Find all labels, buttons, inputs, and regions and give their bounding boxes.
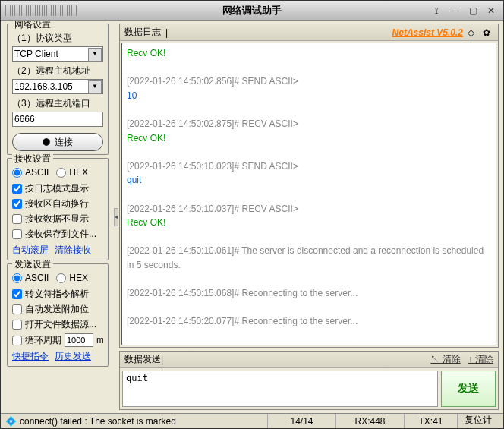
port-input[interactable] xyxy=(12,112,103,127)
send-panel: 数据发送 | ↖ 清除 ↑ 清除 发送 xyxy=(119,351,499,410)
port-label: （3）远程主机端口 xyxy=(12,97,103,110)
titlebar: 网络调试助手 ⟟ — ▢ ✕ xyxy=(1,1,503,21)
host-input[interactable] xyxy=(12,79,103,94)
send-panel-title: 数据发送 xyxy=(124,353,161,366)
send-opt-0[interactable] xyxy=(12,289,22,299)
recv-opt-0[interactable] xyxy=(12,184,22,194)
send-textarea[interactable] xyxy=(122,371,438,407)
titlebar-grip xyxy=(5,5,77,16)
reset-counter-button[interactable]: 复位计数 xyxy=(458,414,503,428)
shortcut-cmd-link[interactable]: 快捷指令 xyxy=(12,350,49,363)
history-send-link[interactable]: 历史发送 xyxy=(55,350,91,363)
group-label: 网络设置 xyxy=(12,21,53,31)
minimize-button[interactable]: — xyxy=(447,5,462,17)
status-tx: TX:41 xyxy=(405,414,458,428)
log-panel-title: 数据日志 xyxy=(124,26,161,39)
recv-opt-2[interactable] xyxy=(12,214,22,224)
pin-icon[interactable]: ⟟ xyxy=(429,5,444,17)
send-opt-1[interactable] xyxy=(12,304,22,314)
cycle-checkbox[interactable] xyxy=(12,336,22,345)
window-title: 网络调试助手 xyxy=(222,4,282,17)
app-window: 网络调试助手 ⟟ — ▢ ✕ 网络设置 （1）协议类型 （2）远程主机地址 （3… xyxy=(0,0,504,429)
right-column: 数据日志 | NetAssist V5.0.2 ◇ ✿ Recv OK! [20… xyxy=(119,21,503,413)
group-label: 接收设置 xyxy=(12,153,53,166)
log-textarea[interactable]: Recv OK! [2022-01-26 14:50:02.856]# SEND… xyxy=(121,43,496,345)
clear-recv-link[interactable]: 清除接收 xyxy=(55,244,91,257)
autoscroll-link[interactable]: 自动滚屏 xyxy=(12,244,49,257)
chevron-left-icon: ◂ xyxy=(114,208,118,226)
diamond-icon: ◇ xyxy=(468,27,478,38)
gear-icon[interactable]: ✿ xyxy=(483,27,493,38)
status-count: 14/14 xyxy=(268,414,336,428)
close-button[interactable]: ✕ xyxy=(484,5,499,17)
status-rx: RX:448 xyxy=(336,414,405,428)
splitter[interactable]: ◂ xyxy=(113,21,119,413)
brand-link[interactable]: NetAssist V5.0.2 xyxy=(392,27,463,38)
recv-opt-1[interactable] xyxy=(12,199,22,209)
cycle-period-input[interactable] xyxy=(65,333,93,347)
recv-ascii-radio[interactable] xyxy=(12,168,22,178)
send-ascii-radio[interactable] xyxy=(12,273,22,283)
protocol-select[interactable] xyxy=(12,46,103,62)
send-hex-radio[interactable] xyxy=(56,273,66,283)
recv-opt-3[interactable] xyxy=(12,229,22,239)
status-bar: 💠connect() failed : The socket is marked… xyxy=(1,413,503,428)
host-label: （2）远程主机地址 xyxy=(12,65,103,77)
recv-hex-radio[interactable] xyxy=(56,168,66,178)
status-ready-icon: 💠 xyxy=(5,416,17,427)
log-panel: 数据日志 | NetAssist V5.0.2 ◇ ✿ Recv OK! [20… xyxy=(119,24,499,348)
send-button[interactable]: 发送 xyxy=(441,371,496,407)
send-settings-group: 发送设置 ASCII HEX 转义符指令解析 自动发送附加位 打开文件数据源..… xyxy=(7,263,109,367)
maximize-button[interactable]: ▢ xyxy=(465,5,480,17)
group-label: 发送设置 xyxy=(12,258,53,271)
clear-rx-link[interactable]: ↖ 清除 xyxy=(430,353,460,366)
left-column: 网络设置 （1）协议类型 （2）远程主机地址 （3）远程主机端口 连接 接收设置… xyxy=(1,21,113,413)
recv-settings-group: 接收设置 ASCII HEX 按日志模式显示 接收区自动换行 接收数据不显示 接… xyxy=(7,158,109,260)
status-message: connect() failed : The socket is marked xyxy=(20,416,176,427)
clear-tx-link[interactable]: ↑ 清除 xyxy=(468,353,493,366)
connect-button[interactable]: 连接 xyxy=(12,133,103,151)
network-settings-group: 网络设置 （1）协议类型 （2）远程主机地址 （3）远程主机端口 连接 xyxy=(7,24,109,155)
status-dot-icon xyxy=(43,138,50,146)
protocol-label: （1）协议类型 xyxy=(12,32,103,45)
send-opt-2[interactable] xyxy=(12,320,22,330)
